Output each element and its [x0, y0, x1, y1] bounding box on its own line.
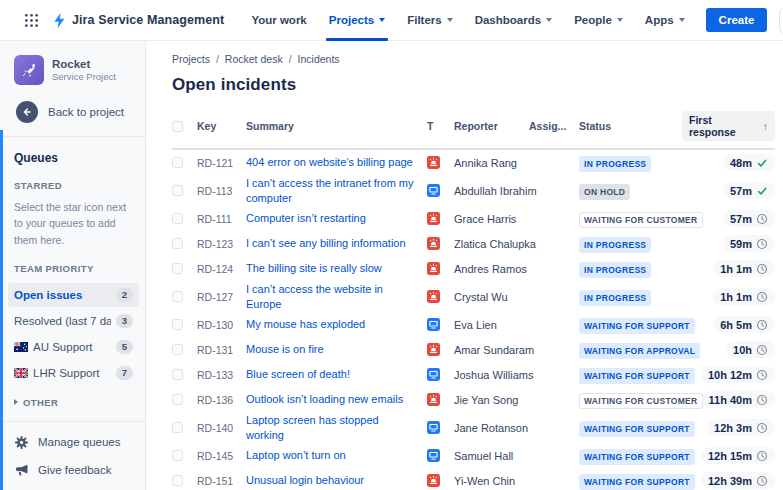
issue-summary-link[interactable]: Unusual login behaviour — [246, 473, 427, 488]
nav-item[interactable]: Dashboards — [464, 0, 563, 41]
row-checkbox[interactable] — [172, 263, 183, 274]
issue-summary-link[interactable]: Laptop won’t turn on — [246, 448, 427, 463]
queue-item-label: Open issues — [14, 289, 111, 301]
app-switcher-icon[interactable] — [18, 7, 44, 33]
project-header[interactable]: Rocket Service Project — [14, 55, 133, 85]
issue-summary-link[interactable]: Computer isn’t restarting — [246, 211, 427, 226]
row-checkbox[interactable] — [172, 450, 183, 461]
incident-row[interactable]: RD-111 Computer isn’t restarting — [172, 206, 775, 231]
issue-summary-link[interactable]: Blue screen of death! — [246, 367, 427, 382]
incident-row[interactable]: RD-130 My mouse has exploded — [172, 312, 775, 337]
incident-row[interactable]: RD-145 Laptop won’t turn on — [172, 443, 775, 468]
incident-row[interactable]: RD-124 The billing site is really slow — [172, 256, 775, 281]
row-checkbox[interactable] — [172, 369, 183, 380]
issue-summary-link[interactable]: Laptop screen has stopped working — [246, 413, 427, 442]
row-checkbox[interactable] — [172, 475, 183, 486]
incident-row[interactable]: RD-131 Mouse is on fire — [172, 337, 775, 362]
issue-summary-link[interactable]: Outlook isn’t loading new emails — [246, 392, 427, 407]
issue-key: RD-145 — [197, 450, 246, 462]
issue-type-icon — [427, 474, 454, 487]
global-search[interactable]: / — [779, 8, 783, 33]
column-header-type[interactable]: T — [427, 120, 454, 132]
reporter-name: Zlatica Chalupka — [454, 238, 529, 250]
app-title: Jira Service Management — [72, 13, 224, 27]
reporter-name: Samuel Hall — [454, 450, 529, 462]
issue-type-icon — [427, 318, 454, 331]
issue-key: RD-133 — [197, 369, 246, 381]
row-checkbox[interactable] — [172, 319, 183, 330]
column-header-summary[interactable]: Summary — [246, 120, 427, 132]
issue-summary-link[interactable]: I can’t access the website in Europe — [246, 282, 427, 311]
issue-key: RD-121 — [197, 157, 246, 169]
row-checkbox[interactable] — [172, 157, 183, 168]
queue-count-badge: 7 — [116, 366, 133, 380]
incident-type-icon — [427, 237, 440, 250]
status-cell: IN PROGRESS — [579, 287, 682, 306]
breadcrumb-item[interactable]: Rocket desk — [210, 53, 283, 65]
nav-item[interactable]: Apps — [634, 0, 696, 41]
jira-logo[interactable]: Jira Service Management — [52, 12, 224, 29]
row-checkbox[interactable] — [172, 238, 183, 249]
first-response-time: 57m — [730, 213, 752, 225]
nav-item[interactable]: People — [563, 0, 634, 41]
row-checkbox[interactable] — [172, 344, 183, 355]
chevron-right-icon — [14, 399, 18, 405]
other-section-toggle[interactable]: OTHER — [14, 397, 133, 408]
status-cell: WAITING FOR APPROVAL — [579, 340, 682, 359]
column-header-assignee[interactable]: Assig... — [529, 120, 579, 132]
queue-item[interactable]: AU Support 5 — [8, 335, 139, 359]
row-checkbox[interactable] — [172, 291, 183, 302]
status-badge: IN PROGRESS — [579, 262, 651, 278]
incident-row[interactable]: RD-140 Laptop screen has stopped working — [172, 412, 775, 443]
incident-row[interactable]: RD-123 I can’t see any billing informati… — [172, 231, 775, 256]
give-feedback-button[interactable]: Give feedback — [14, 463, 133, 478]
nav-item[interactable]: Filters — [396, 0, 464, 41]
status-badge: WAITING FOR CUSTOMER — [579, 393, 703, 409]
first-response-time: 57m — [730, 185, 752, 197]
queue-item[interactable]: LHR Support 7 — [8, 361, 139, 385]
issue-summary-link[interactable]: My mouse has exploded — [246, 317, 427, 332]
back-to-project[interactable]: Back to project — [16, 101, 133, 123]
nav-item[interactable]: Your work — [240, 0, 317, 41]
column-header-key[interactable]: Key — [197, 120, 246, 132]
issue-summary-link[interactable]: Mouse is on fire — [246, 342, 427, 357]
create-button[interactable]: Create — [706, 8, 768, 32]
issue-summary-link[interactable]: I can’t see any billing information — [246, 236, 427, 251]
manage-queues-label: Manage queues — [38, 436, 120, 448]
issue-summary-link[interactable]: I can’t access the intranet from my comp… — [246, 176, 427, 205]
support-type-icon — [427, 184, 440, 197]
bolt-icon — [52, 12, 67, 29]
issue-type-icon — [427, 156, 454, 169]
row-checkbox[interactable] — [172, 185, 183, 196]
status-cell: WAITING FOR CUSTOMER — [579, 209, 682, 228]
incident-row[interactable]: RD-121 404 error on website’s billing pa… — [172, 150, 775, 175]
issue-summary-link[interactable]: 404 error on website’s billing page — [246, 155, 427, 170]
row-checkbox[interactable] — [172, 213, 183, 224]
column-header-first-response[interactable]: First response ↑ — [682, 111, 775, 141]
incident-row[interactable]: RD-127 I can’t access the website in Eur… — [172, 281, 775, 312]
manage-queues-button[interactable]: Manage queues — [14, 435, 133, 450]
issue-key: RD-111 — [197, 213, 246, 225]
incident-row[interactable]: RD-136 Outlook isn’t loading new emails — [172, 387, 775, 412]
column-header-reporter[interactable]: Reporter — [454, 120, 529, 132]
row-checkbox[interactable] — [172, 422, 183, 433]
queue-item[interactable]: Resolved (last 7 days) 3 — [8, 309, 139, 333]
row-checkbox[interactable] — [172, 394, 183, 405]
incident-row[interactable]: RD-113 I can’t access the intranet from … — [172, 175, 775, 206]
first-response-cell: 57m — [723, 210, 775, 227]
first-response-time: 59m — [730, 238, 752, 250]
incident-row[interactable]: RD-151 Unusual login behaviour — [172, 468, 775, 490]
rocket-project-icon — [14, 55, 44, 85]
first-response-time: 48m — [730, 157, 752, 169]
status-cell: ON HOLD — [579, 181, 682, 200]
issue-type-icon — [427, 368, 454, 381]
breadcrumb-item[interactable]: Incidents — [283, 53, 340, 65]
column-header-status[interactable]: Status — [579, 120, 682, 132]
issue-summary-link[interactable]: The billing site is really slow — [246, 261, 427, 276]
queue-item[interactable]: Open issues 2 — [8, 283, 139, 307]
nav-item[interactable]: Projects — [318, 0, 396, 41]
select-all-checkbox[interactable] — [172, 121, 183, 132]
breadcrumb-item[interactable]: Projects — [172, 53, 210, 65]
incident-type-icon — [427, 393, 440, 406]
incident-row[interactable]: RD-133 Blue screen of death! — [172, 362, 775, 387]
